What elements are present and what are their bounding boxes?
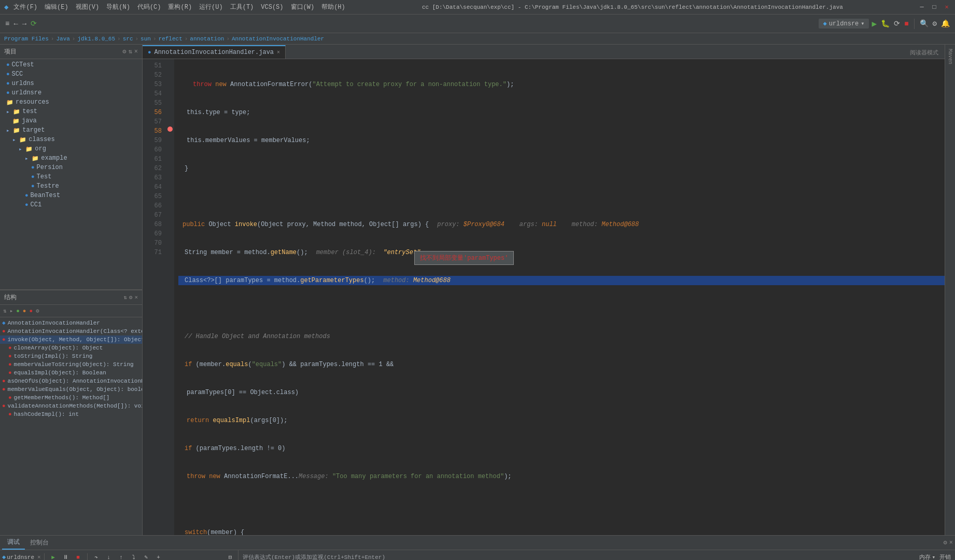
right-sidebar: Maven	[945, 45, 955, 535]
struct-item-asoneof[interactable]: ● asOneOfUs(Object): AnnotationInvocatio…	[0, 377, 142, 385]
structure-settings-icon[interactable]: ⚙	[129, 294, 133, 301]
structure-close-icon[interactable]: ×	[134, 295, 138, 301]
struct-item-invoke[interactable]: ● invoke(Object, Method, Object[]): Obje…	[0, 335, 142, 344]
tree-item-cc1[interactable]: ● CC1	[0, 200, 142, 209]
debug-tab-console[interactable]: 控制台	[25, 536, 54, 549]
struct-item-clonearray[interactable]: ● cloneArray(Object): Object	[0, 344, 142, 352]
menu-window[interactable]: 窗口(W)	[289, 3, 317, 11]
debug-session-close[interactable]: ×	[37, 554, 41, 561]
struct-toolbar-btn-6[interactable]: ⚙	[35, 306, 40, 315]
tree-item-urldns[interactable]: ● urldns	[0, 79, 142, 88]
stop-debug-button[interactable]: ■	[73, 552, 84, 561]
struct-item-membervaluetostring[interactable]: ● memberValueToString(Object): String	[0, 360, 142, 369]
class-icon: ●	[31, 174, 35, 180]
struct-toolbar-btn-4[interactable]: ●	[22, 307, 27, 315]
menu-code[interactable]: 代码(C)	[135, 3, 163, 11]
menu-run[interactable]: 运行(U)	[197, 3, 225, 11]
notifications-button[interactable]: 🔔	[940, 18, 951, 29]
resume-button[interactable]: ▶	[48, 552, 59, 561]
struct-item-tostring[interactable]: ● toString(Impl(): String	[0, 352, 142, 360]
struct-item-class[interactable]: ◆ AnnotationInvocationHandler	[0, 318, 142, 327]
structure-sort-icon[interactable]: ⇅	[123, 294, 127, 301]
run-config-dropdown[interactable]: ◆ urldnsre ▾	[819, 19, 868, 29]
tab-close-icon[interactable]: ×	[277, 50, 280, 55]
menu-help[interactable]: 帮助(H)	[319, 3, 347, 11]
tree-item-org[interactable]: ▸ 📁 org	[0, 144, 142, 153]
toolbar-icon-2[interactable]: ←	[12, 19, 19, 29]
breadcrumb-part-5[interactable]: sun	[141, 36, 151, 42]
step-over-button[interactable]: ↷	[91, 552, 102, 561]
code-content[interactable]: throw new AnnotationFormatError("Attempt…	[174, 59, 945, 535]
menu-refactor[interactable]: 重构(R)	[166, 3, 194, 11]
toolbar-icon-3[interactable]: →	[21, 19, 27, 29]
tree-item-testre[interactable]: ● Testre	[0, 181, 142, 191]
struct-item-constructor[interactable]: ● AnnotationInvocationHandler(Class<? ex…	[0, 327, 142, 335]
menu-edit[interactable]: 编辑(E)	[43, 3, 71, 11]
project-sort-icon[interactable]: ⇅	[129, 48, 132, 55]
add-watch-button[interactable]: +	[153, 552, 164, 561]
pause-button[interactable]: ⏸	[60, 552, 72, 561]
debug-button[interactable]: 🐛	[880, 18, 891, 29]
tree-item-persion[interactable]: ● Persion	[0, 163, 142, 172]
breadcrumb-part-1[interactable]: Program Files	[4, 36, 49, 42]
menu-file[interactable]: 文件(F)	[11, 3, 39, 11]
search-everywhere-button[interactable]: 🔍	[919, 18, 930, 29]
step-out-button[interactable]: ↑	[116, 552, 127, 561]
breadcrumb-part-8[interactable]: AnnotationInvocationHandler	[232, 36, 324, 42]
maximize-button[interactable]: □	[930, 3, 938, 11]
struct-toolbar-btn-3[interactable]: ●	[15, 307, 21, 315]
tab-annotationinvocationhandler[interactable]: ● AnnotationInvocationHandler.java ×	[143, 45, 286, 59]
tree-item-scc[interactable]: ● SCC	[0, 69, 142, 79]
tree-item-target[interactable]: ▸ 📁 target	[0, 125, 142, 135]
toolbar-icon-4[interactable]: ⟳	[30, 18, 38, 29]
struct-item-hashcodeimpl[interactable]: ● hashCodeImpl(): int	[0, 410, 142, 418]
stop-run-button[interactable]: ⟳	[893, 18, 901, 29]
eval-mode-dropdown[interactable]: 内存▾	[919, 553, 935, 560]
tree-item-beantest[interactable]: ● BeanTest	[0, 191, 142, 200]
run-button[interactable]: ▶	[871, 18, 878, 30]
tree-item-resources[interactable]: 📁 resources	[0, 97, 142, 107]
title-controls: — □ ✕	[918, 3, 951, 11]
breadcrumb-part-6[interactable]: reflect	[159, 36, 182, 42]
menu-vcs[interactable]: VCS(S)	[259, 4, 285, 11]
tree-item-classes[interactable]: ▸ 📁 classes	[0, 135, 142, 144]
filter-button[interactable]: ⊟	[224, 552, 236, 561]
struct-item-getmembermethods[interactable]: ● getMemberMethods(): Method[]	[0, 394, 142, 402]
breadcrumb-part-7[interactable]: annotation	[190, 36, 224, 42]
menu-view[interactable]: 视图(V)	[74, 3, 102, 11]
minimize-button[interactable]: —	[918, 3, 926, 11]
tree-item-test[interactable]: ▸ 📁 test	[0, 107, 142, 116]
step-into-button[interactable]: ↓	[103, 552, 115, 561]
eval-toggle-button[interactable]: 开销	[939, 553, 951, 560]
close-button[interactable]: ✕	[943, 3, 951, 11]
struct-item-validate[interactable]: ● validateAnnotationMethods(Method[]): v…	[0, 402, 142, 410]
evaluate-button[interactable]: ✎	[141, 552, 152, 561]
struct-item-equalsimpl[interactable]: ● equalsImpl(Object): Boolean	[0, 369, 142, 377]
tree-item-java[interactable]: 📁 java	[0, 116, 142, 125]
tree-item-example[interactable]: ▸ 📁 example	[0, 153, 142, 163]
menu-nav[interactable]: 导航(N)	[104, 3, 132, 11]
reader-mode-button[interactable]: 阅读器模式	[904, 47, 945, 59]
run-to-cursor-button[interactable]: ⤵	[128, 552, 139, 561]
breadcrumb-part-3[interactable]: jdk1.8.0_65	[77, 36, 115, 42]
tree-item-urldnsre[interactable]: ● urldnsre	[0, 88, 142, 97]
struct-toolbar-btn-1[interactable]: ⇅	[2, 306, 8, 315]
right-sidebar-label-maven[interactable]: Maven	[946, 47, 954, 66]
struct-toolbar-btn-2[interactable]: ▸	[9, 306, 15, 315]
tree-item-cctest[interactable]: ● CCTest	[0, 60, 142, 69]
tree-item-test-class[interactable]: ● Test	[0, 172, 142, 181]
settings-button[interactable]: ⚙	[932, 18, 938, 29]
breadcrumb-part-4[interactable]: src	[123, 36, 133, 42]
struct-toolbar-btn-5[interactable]: ●	[28, 307, 34, 315]
breadcrumb-part-2[interactable]: Java	[56, 36, 69, 42]
project-settings-icon[interactable]: ⚙	[122, 48, 126, 55]
debug-close-icon[interactable]: ×	[949, 539, 953, 547]
struct-item-membervalueequals[interactable]: ● memberValueEquals(Object, Object): boo…	[0, 385, 142, 394]
debug-tabs-bar: 调试 控制台 ⚙ ×	[0, 536, 955, 550]
stop-button[interactable]: ■	[903, 19, 909, 29]
menu-tools[interactable]: 工具(T)	[228, 3, 256, 11]
debug-settings-icon[interactable]: ⚙	[944, 539, 947, 547]
project-close-icon[interactable]: ×	[134, 48, 138, 55]
toolbar-icon-1[interactable]: ≡	[4, 19, 10, 29]
debug-tab-debug[interactable]: 调试	[2, 536, 25, 550]
